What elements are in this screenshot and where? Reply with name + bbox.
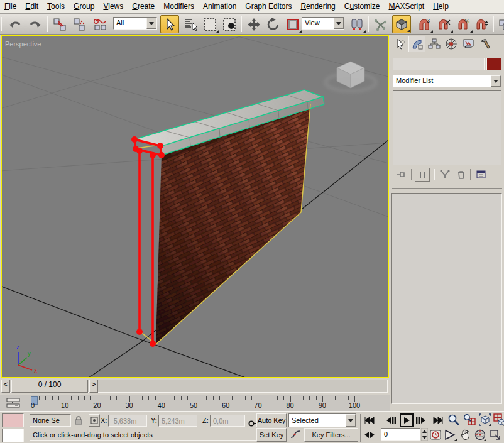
remove-modifier-button[interactable]	[454, 168, 469, 182]
go-to-start-button[interactable]	[363, 413, 376, 427]
tripod-x-label: x	[34, 367, 37, 374]
svg-text:3: 3	[427, 18, 430, 24]
angle-snap-toggle-button[interactable]: 3	[415, 15, 434, 33]
menu-group[interactable]: Group	[69, 0, 99, 13]
make-unique-button[interactable]	[437, 168, 452, 182]
zoom-all-button[interactable]	[463, 413, 476, 427]
reference-coordinate-system-combo[interactable]: View	[302, 17, 344, 30]
ruler-tick	[206, 396, 207, 400]
view-cube-gizmo[interactable]	[326, 62, 376, 91]
track-bar[interactable]: 0102030405060708090100	[0, 395, 390, 411]
select-by-name-button[interactable]	[182, 15, 200, 33]
menu-rendering[interactable]: Rendering	[296, 0, 339, 13]
menu-views[interactable]: Views	[99, 0, 128, 13]
unlink-selection-button[interactable]	[70, 15, 89, 33]
tab-hierarchy[interactable]	[425, 36, 442, 52]
object-name-field[interactable]	[393, 58, 485, 70]
z-coordinate-field[interactable]: 0,0m	[210, 415, 245, 427]
show-end-result-button[interactable]	[415, 168, 430, 182]
pan-button[interactable]	[458, 428, 472, 442]
menu-help[interactable]: Help	[429, 0, 453, 13]
select-and-manipulate-button[interactable]	[371, 15, 390, 33]
menu-file[interactable]: File	[0, 0, 21, 13]
perspective-viewport[interactable]: z y x Perspective	[1, 35, 389, 378]
angle-snap-button[interactable]	[435, 15, 454, 33]
maxscript-mini-listener-pink[interactable]	[2, 413, 24, 427]
menu-maxscript[interactable]: MAXScript	[385, 0, 429, 13]
reference-coordinate-drop-button[interactable]	[334, 18, 344, 29]
next-frame-button[interactable]	[414, 413, 428, 427]
ruler-label: 80	[286, 402, 293, 409]
modifier-list-combo[interactable]: Modifier List	[393, 75, 501, 87]
configure-modifier-sets-button[interactable]	[474, 168, 489, 182]
object-color-swatch[interactable]	[486, 58, 501, 70]
time-configuration-button[interactable]	[429, 428, 442, 442]
menu-tools[interactable]: Tools	[43, 0, 69, 13]
modifier-list-drop-button[interactable]	[491, 75, 501, 87]
modifier-stack-list[interactable]	[393, 90, 501, 165]
open-mini-curve-editor-button[interactable]	[4, 397, 23, 409]
redo-button[interactable]	[25, 15, 44, 33]
current-frame-field[interactable]: 0	[381, 428, 420, 441]
key-mode-toggle-button[interactable]	[363, 428, 376, 442]
go-to-end-button[interactable]	[431, 413, 445, 427]
zoom-button[interactable]	[447, 413, 461, 427]
zoom-extents-all-button[interactable]	[493, 413, 504, 427]
field-of-view-button[interactable]	[444, 428, 457, 442]
default-in-out-tangents-button[interactable]	[288, 428, 302, 442]
select-and-move-button[interactable]	[244, 15, 263, 33]
percent-snap-button[interactable]: %	[454, 15, 473, 33]
menu-customize[interactable]: Customize	[340, 0, 385, 13]
menu-animation[interactable]: Animation	[199, 0, 241, 13]
frame-spinner[interactable]	[421, 428, 428, 441]
named-selection-sets-button[interactable]	[496, 15, 504, 33]
pin-stack-button[interactable]	[393, 168, 408, 182]
select-object-button[interactable]	[160, 15, 179, 33]
viewport-label[interactable]: Perspective	[5, 40, 41, 48]
selection-filter-combo[interactable]: All	[113, 17, 157, 30]
select-and-link-button[interactable]	[50, 15, 69, 33]
time-slider-handle[interactable]: 0 / 100	[11, 380, 88, 393]
snaps-toggle-button[interactable]	[392, 15, 411, 33]
selection-mode-combo[interactable]: Selected	[288, 413, 356, 427]
rectangular-selection-region-button[interactable]	[200, 15, 219, 33]
undo-button[interactable]	[6, 15, 25, 33]
selection-mode-drop-button[interactable]	[346, 414, 356, 427]
time-slider-next-button[interactable]: >	[89, 380, 98, 393]
ruler-tick	[52, 396, 53, 400]
menu-create[interactable]: Create	[128, 0, 159, 13]
play-button[interactable]	[400, 413, 414, 427]
use-pivot-point-center-button[interactable]	[348, 15, 366, 33]
menu-edit[interactable]: Edit	[21, 0, 43, 13]
tab-modify[interactable]	[408, 36, 425, 52]
brick-wall[interactable]	[134, 90, 324, 344]
selection-filter-drop-button[interactable]	[146, 18, 156, 29]
key-filters-button[interactable]: Key Filters...	[304, 428, 358, 442]
select-and-rotate-button[interactable]	[264, 15, 283, 33]
bind-to-space-warp-button[interactable]	[90, 15, 109, 33]
absolute-offset-toggle-button[interactable]	[89, 414, 100, 427]
ruler-tick	[348, 396, 349, 400]
tab-utilities[interactable]	[476, 36, 493, 52]
min-max-toggle-button[interactable]	[488, 428, 502, 442]
window-crossing-button[interactable]	[220, 15, 239, 33]
menu-modifiers[interactable]: Modifiers	[159, 0, 199, 13]
3ds-max-window: { "menu": { "items": [ {"label":"File","…	[0, 0, 504, 443]
arc-rotate-button[interactable]	[473, 428, 487, 442]
tab-motion[interactable]	[442, 36, 459, 52]
spinner-snap-toggle-button[interactable]	[473, 15, 491, 33]
tab-display[interactable]	[459, 36, 476, 52]
select-and-scale-button[interactable]	[283, 15, 302, 33]
previous-frame-button[interactable]	[384, 413, 398, 427]
tab-create[interactable]	[392, 36, 408, 52]
auto-key-button[interactable]: Auto Key	[256, 413, 287, 427]
toolbar-grip[interactable]	[1, 17, 3, 31]
maxscript-mini-listener-white[interactable]	[2, 429, 24, 442]
y-coordinate-field[interactable]: 5,243m	[158, 415, 197, 427]
x-coordinate-field[interactable]: -5,638m	[108, 415, 147, 427]
zoom-extents-button[interactable]	[478, 413, 492, 427]
menu-graph-editors[interactable]: Graph Editors	[241, 0, 296, 13]
set-key-button[interactable]: Set Key	[256, 428, 287, 442]
time-slider-prev-button[interactable]: <	[1, 380, 10, 393]
selection-lock-button[interactable]	[73, 414, 84, 427]
